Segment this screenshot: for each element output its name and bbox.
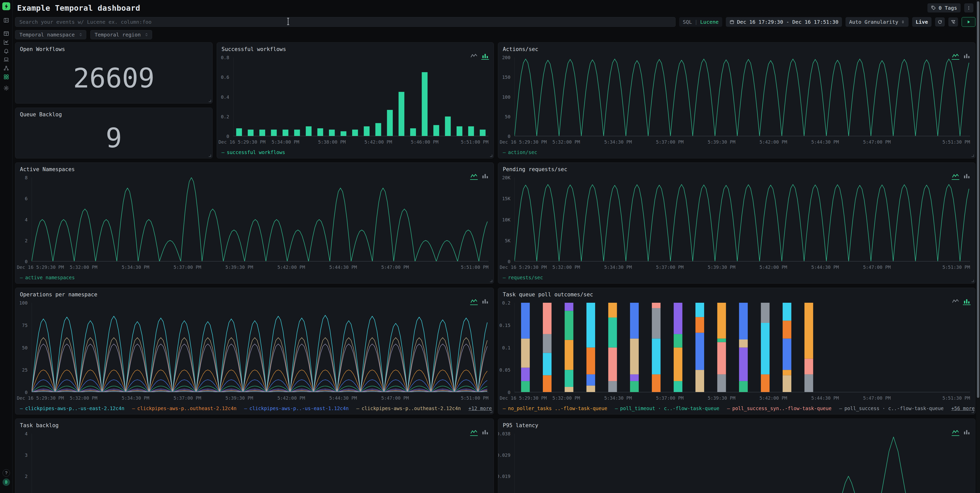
lucene-mode-label[interactable]: Lucene <box>700 19 719 25</box>
legend-item[interactable]: —clickpipes-aws-p..outheast-2.12c4n <box>356 406 461 411</box>
gear-icon <box>3 85 9 91</box>
live-button[interactable]: Live <box>912 17 932 27</box>
bell-icon <box>3 48 9 54</box>
resize-handle[interactable] <box>490 280 492 282</box>
search-input[interactable] <box>15 17 676 27</box>
legend-item[interactable]: —active namespaces <box>20 275 75 280</box>
line-chart-toggle-icon[interactable] <box>952 173 959 180</box>
line-chart-toggle-icon[interactable] <box>952 430 959 436</box>
x-tick-label: 5:42:00 PM <box>277 395 305 401</box>
legend-item[interactable]: —clickpipes-aws-p..outheast-2.12c4n <box>132 406 236 411</box>
panel-open-workflows: Open Workflows 26609 <box>15 42 213 103</box>
resize-handle[interactable] <box>972 280 974 282</box>
panel-title: Operations per namespace <box>20 292 97 298</box>
resize-handle[interactable] <box>490 155 492 157</box>
plot-area <box>514 57 970 136</box>
query-language-toggle[interactable]: SQL | Lucene <box>679 17 722 27</box>
scrollbar-thumb[interactable] <box>977 1 979 398</box>
legend-item[interactable]: —requests/sec <box>503 275 543 280</box>
x-tick-label: 5:32:00 PM <box>552 139 580 144</box>
live-label: Live <box>916 19 928 25</box>
line-chart-toggle-icon[interactable] <box>470 53 478 60</box>
bar-chart-toggle-icon[interactable] <box>481 430 489 436</box>
x-tick-label: 5:37:00 PM <box>173 395 201 401</box>
chart-type-toggles <box>470 299 489 305</box>
x-tick-label: 5:47:00 PM <box>863 395 891 401</box>
x-tick-label: 5:51:00 PM <box>461 265 488 270</box>
x-tick-label: 5:47:00 PM <box>381 265 409 270</box>
filter-edit-button[interactable] <box>948 17 958 27</box>
resize-handle[interactable] <box>209 100 211 102</box>
legend-more-link[interactable]: +12 more <box>469 406 492 411</box>
x-tick-label: 5:38:00 PM <box>318 139 345 144</box>
y-tick-label: 0.8 <box>221 55 229 60</box>
legend-item[interactable]: —action/sec <box>503 149 537 155</box>
bar-chart-toggle-icon[interactable] <box>963 53 970 60</box>
bar-chart-toggle-icon[interactable] <box>963 430 970 436</box>
stat-value: 9 <box>15 118 212 158</box>
y-tick-label: 2 <box>25 238 27 243</box>
y-tick-label: 0.038 <box>498 431 511 436</box>
resize-handle[interactable] <box>209 155 211 157</box>
line-chart-toggle-icon[interactable] <box>470 173 478 180</box>
sidebar-item-dashboards[interactable] <box>3 74 9 80</box>
dashboard-menu-button[interactable] <box>964 3 974 13</box>
bar-chart-toggle-icon[interactable] <box>481 53 489 60</box>
refresh-button[interactable] <box>935 17 945 27</box>
chart-actions-sec: 200150100500Dec 16 5:29:30 PM5:32:00 PM5… <box>498 43 975 158</box>
chart-legend: —successful workflows <box>221 149 285 155</box>
line-chart-toggle-icon[interactable] <box>470 299 478 305</box>
legend-item[interactable]: —poll_timeout · c..-flow-task-queue <box>615 406 719 411</box>
bar-chart-toggle-icon[interactable] <box>963 299 970 305</box>
sql-mode-label[interactable]: SQL <box>682 19 692 25</box>
run-query-button[interactable] <box>962 17 975 27</box>
y-axis: 200150100500 <box>498 57 512 136</box>
sidebar-item-chart-explorer[interactable] <box>3 39 9 45</box>
app-logo[interactable] <box>2 2 10 10</box>
sidebar-item-clients[interactable] <box>3 57 9 62</box>
x-axis: Dec 16 5:29:30 PM5:32:00 PM5:34:30 PM5:3… <box>514 263 970 269</box>
filter-label: Temporal namespace <box>19 32 75 38</box>
legend-item[interactable]: —poll_success_syn..-flow-task-queue <box>727 406 832 411</box>
x-tick-label: 5:37:00 PM <box>656 265 683 270</box>
legend-item[interactable]: —no_poller_tasks ..-flow-task-queue <box>503 406 607 411</box>
line-chart-toggle-icon[interactable] <box>470 430 478 436</box>
y-tick-label: 10K <box>502 217 511 222</box>
legend-more-link[interactable]: +56 more <box>951 406 975 411</box>
sidebar-item-settings[interactable] <box>3 85 9 91</box>
y-tick-label: 6 <box>25 196 27 201</box>
panel-task-backlog: Task backlog 43210 <box>15 418 494 493</box>
tags-button[interactable]: 0 Tags <box>928 3 961 13</box>
legend-item[interactable]: —poll_success · c..-flow-task-queue <box>839 406 943 411</box>
legend-item[interactable]: —clickpipes-aws-p..-us-east-1.12c4n <box>244 406 348 411</box>
line-chart-toggle-icon[interactable] <box>952 53 959 60</box>
time-range-picker[interactable]: Dec 16 17:29:30 - Dec 16 17:51:30 <box>726 17 842 27</box>
filter-temporal-namespace[interactable]: Temporal namespace <box>15 30 86 39</box>
help-button[interactable]: ? <box>3 469 10 477</box>
x-tick-label: 5:32:00 PM <box>70 395 97 401</box>
avatar-label: D <box>5 480 7 485</box>
filter-temporal-region[interactable]: Temporal region <box>90 30 152 39</box>
collapse-sidebar-button[interactable] <box>3 17 9 23</box>
y-tick-label: 25 <box>22 367 27 373</box>
sidebar-item-services[interactable] <box>3 65 9 71</box>
resize-handle[interactable] <box>972 155 974 157</box>
x-tick-label: Dec 16 5:29:30 PM <box>500 265 547 270</box>
y-tick-label: 0 <box>226 134 229 139</box>
chart-operations-per-namespace: 1007550250Dec 16 5:29:30 PM5:32:00 PM5:3… <box>15 288 493 414</box>
bar-chart-toggle-icon[interactable] <box>481 173 489 180</box>
sidebar-item-search[interactable] <box>3 31 9 36</box>
filter-label: Temporal region <box>95 32 141 38</box>
x-axis: Dec 16 5:29:30 PM5:32:00 PM5:34:30 PM5:3… <box>32 394 488 400</box>
granularity-select[interactable]: Auto Granularity <box>845 17 908 27</box>
chart-type-toggles <box>952 53 970 60</box>
bar-chart-toggle-icon[interactable] <box>481 299 489 305</box>
x-tick-label: 5:39:30 PM <box>225 265 253 270</box>
y-tick-label: 0.6 <box>221 75 229 80</box>
bar-chart-toggle-icon[interactable] <box>963 173 970 180</box>
legend-item[interactable]: —clickpipes-aws-p..-us-east-2.12c4n <box>20 406 124 411</box>
legend-item[interactable]: —successful workflows <box>221 149 285 155</box>
user-avatar[interactable]: D <box>3 479 10 486</box>
line-chart-toggle-icon[interactable] <box>952 299 959 305</box>
sidebar-item-alerts[interactable] <box>3 48 9 54</box>
